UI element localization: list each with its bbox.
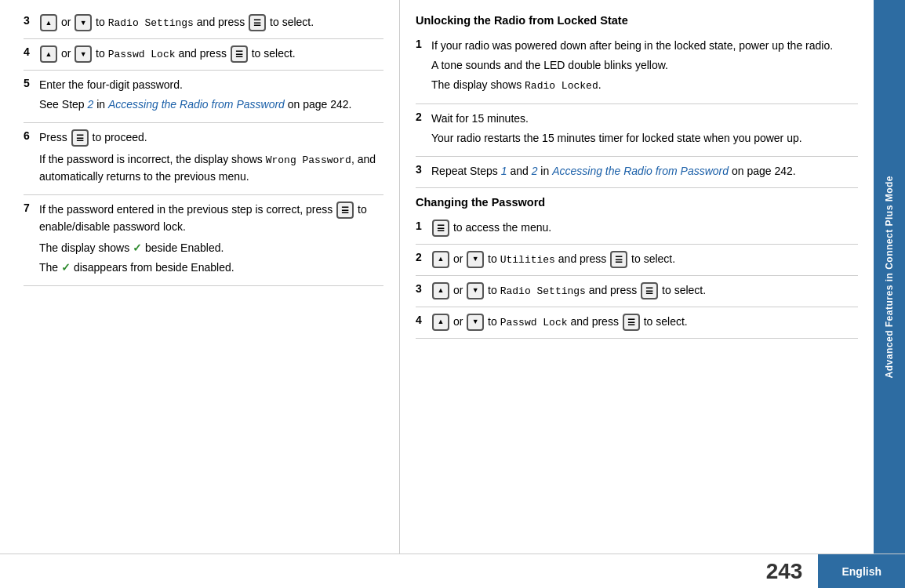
- step-7-line-1: If the password entered in the previous …: [39, 201, 383, 235]
- r2-step-4-content: or to Passwd Lock and press ☰ to select.: [431, 314, 858, 332]
- ok-btn-icon-3: ☰: [71, 129, 89, 147]
- r-step-3-link-text: Accessing the Radio from Password: [552, 165, 729, 177]
- r2-step-3-block: 3 or to Radio Settings and press ☰ to se…: [416, 276, 858, 307]
- step-7-line-3: The ✓ disappears from beside Enabled.: [39, 260, 383, 276]
- step-3-content: or to Radio Settings and press ☰ to sele…: [39, 14, 383, 32]
- ok-btn-icon-8: ☰: [623, 314, 640, 331]
- r-step-1-block: 1 If your radio was powered down after b…: [416, 31, 858, 104]
- r2-step-2-number: 2: [416, 251, 431, 269]
- step-5-content: Enter the four-digit password. See Step …: [39, 77, 383, 116]
- wrong-password-code: Wrong Password: [266, 154, 351, 166]
- main-content: 3 or to Radio Settings and press ☰ to se…: [0, 0, 905, 588]
- ok-btn-icon-1: ☰: [249, 14, 266, 31]
- radio-settings-code-2: Radio Settings: [500, 285, 586, 297]
- arrow-up-icon: [40, 14, 57, 31]
- r-step-2-line-1: Wait for 15 minutes.: [431, 111, 858, 127]
- left-column: 3 or to Radio Settings and press ☰ to se…: [0, 0, 400, 554]
- step-5-line-1: Enter the four-digit password.: [39, 77, 383, 93]
- r2-step-3-number: 3: [416, 282, 431, 300]
- step-3-number: 3: [24, 14, 39, 32]
- r-step-2-number: 2: [416, 111, 431, 150]
- r-step-1-line-3: The display shows Radio Locked.: [431, 77, 858, 94]
- sidebar-tab: Advanced Features in Connect Plus Mode: [874, 0, 905, 554]
- arrow-down-icon-3: [467, 251, 484, 268]
- step-4-content: or to Passwd Lock and press ☰ to select.: [39, 45, 383, 64]
- r2-step-2-content: or to Utilities and press ☰ to select.: [431, 251, 858, 269]
- step-3-block: 3 or to Radio Settings and press ☰ to se…: [24, 8, 383, 39]
- section-1-title: Unlocking the Radio from Locked State: [416, 14, 858, 27]
- r2-step-1-number: 1: [416, 220, 431, 238]
- step-5-line-2: See Step 2 in Accessing the Radio from P…: [39, 96, 383, 113]
- step-4-block: 4 or to Passwd Lock and press ☰ to selec…: [24, 39, 383, 71]
- arrow-up-icon-3: [432, 251, 449, 268]
- r-step-3-block: 3 Repeat Steps 1 and 2 in Accessing the …: [416, 157, 858, 188]
- section-2-title: Changing the Password: [416, 196, 858, 209]
- r-step-1-line-2: A tone sounds and the LED double blinks …: [431, 57, 858, 74]
- step-7-content: If the password entered in the previous …: [39, 201, 383, 279]
- step-7-number: 7: [24, 201, 39, 279]
- arrow-down-icon-2: [75, 45, 92, 63]
- passwd-lock-code-2: Passwd Lock: [500, 317, 568, 328]
- content-area: 3 or to Radio Settings and press ☰ to se…: [0, 0, 905, 554]
- step-6-number: 6: [24, 129, 39, 188]
- ok-btn-icon-4: ☰: [336, 201, 354, 219]
- r-step-3-content: Repeat Steps 1 and 2 in Accessing the Ra…: [431, 163, 858, 181]
- ok-btn-icon-5: ☰: [432, 220, 449, 237]
- step-4-number: 4: [24, 45, 39, 64]
- r-step-2-block: 2 Wait for 15 minutes. Your radio restar…: [416, 104, 858, 157]
- checkmark-1: ✓: [133, 241, 142, 254]
- r2-step-1-content: ☰ to access the menu.: [431, 220, 858, 238]
- passwd-lock-code-1: Passwd Lock: [108, 49, 176, 60]
- r-step-3-number: 3: [416, 163, 431, 181]
- r-step-1-number: 1: [416, 38, 431, 97]
- step-6-block: 6 Press ☰ to proceed. If the password is…: [24, 123, 383, 195]
- step-7-line-2: The display shows ✓ beside Enabled.: [39, 240, 383, 256]
- step-5-number: 5: [24, 77, 39, 116]
- ok-btn-icon-7: ☰: [641, 282, 658, 299]
- ok-btn-icon-6: ☰: [610, 251, 627, 268]
- language-badge: English: [818, 554, 905, 588]
- sidebar-label: Advanced Features in Connect Plus Mode: [884, 176, 895, 378]
- arrow-up-icon-2: [40, 45, 57, 63]
- r-step-2-content: Wait for 15 minutes. Your radio restarts…: [431, 111, 858, 150]
- r-step-1-content: If your radio was powered down after bei…: [431, 38, 858, 97]
- arrow-down-icon: [75, 14, 92, 31]
- step-6-line-2: If the password is incorrect, the displa…: [39, 151, 383, 185]
- right-column: Unlocking the Radio from Locked State 1 …: [400, 0, 874, 554]
- arrow-down-icon-5: [467, 314, 484, 331]
- r-step-2-line-2: Your radio restarts the 15 minutes timer…: [431, 130, 858, 147]
- r-step-3-link-1: 1: [501, 165, 507, 177]
- ok-btn-icon-2: ☰: [231, 45, 248, 63]
- bottom-bar: 243 English: [0, 554, 905, 588]
- r2-step-2-block: 2 or to Utilities and press ☰ to select.: [416, 245, 858, 276]
- r2-step-1-block: 1 ☰ to access the menu.: [416, 213, 858, 245]
- arrow-up-icon-4: [432, 282, 449, 299]
- page-number: 243: [751, 554, 819, 588]
- radio-locked-code: Radio Locked: [525, 80, 598, 92]
- utilities-code: Utilities: [500, 254, 555, 266]
- checkmark-2: ✓: [61, 261, 71, 274]
- step-6-line-1: Press ☰ to proceed.: [39, 129, 383, 147]
- step-6-content: Press ☰ to proceed. If the password is i…: [39, 129, 383, 188]
- radio-settings-code-1: Radio Settings: [108, 17, 194, 29]
- arrow-down-icon-4: [467, 282, 484, 299]
- r2-step-3-content: or to Radio Settings and press ☰ to sele…: [431, 282, 858, 300]
- step-7-block: 7 If the password entered in the previou…: [24, 195, 383, 286]
- r-step-1-line-1: If your radio was powered down after bei…: [431, 38, 858, 54]
- r2-step-4-number: 4: [416, 314, 431, 332]
- r2-step-4-block: 4 or to Passwd Lock and press ☰ to selec…: [416, 307, 858, 339]
- step-5-link-text: Accessing the Radio from Password: [108, 98, 285, 111]
- arrow-up-icon-5: [432, 314, 449, 331]
- step-5-block: 5 Enter the four-digit password. See Ste…: [24, 71, 383, 123]
- r-step-3-link-2: 2: [532, 165, 538, 177]
- step-5-link-ref: 2: [88, 98, 94, 111]
